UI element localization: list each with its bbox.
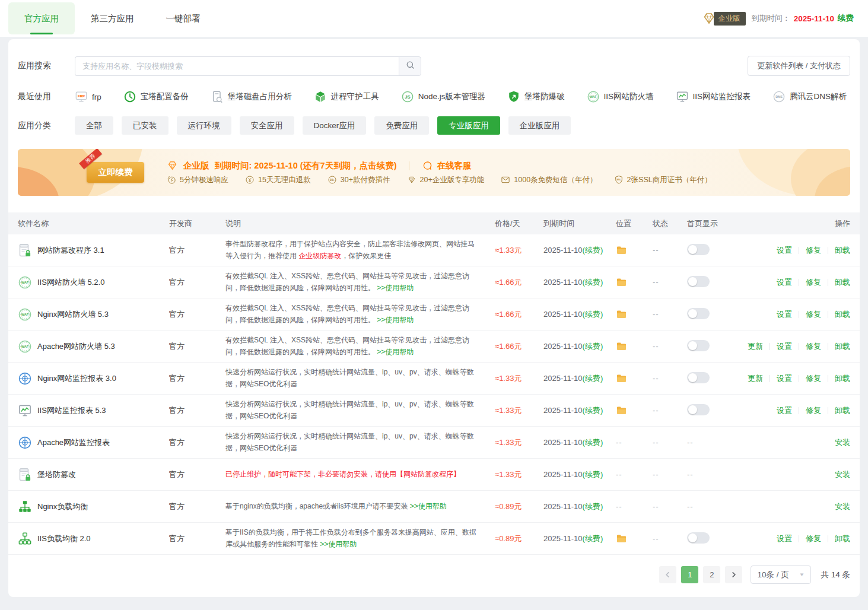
action-repair[interactable]: 修复 [806,373,821,384]
action-repair[interactable]: 修复 [806,245,821,256]
recent-app-anti-burst[interactable]: 堡塔防爆破 [507,90,565,103]
folder-icon[interactable] [616,373,653,383]
homepage-toggle[interactable] [687,244,710,255]
action-install[interactable]: 安装 [835,501,850,512]
recent-app-config-backup[interactable]: 宝塔配置备份 [123,90,189,103]
action-uninstall[interactable]: 卸载 [835,309,850,320]
category-free[interactable]: 免费应用 [374,116,429,135]
action-uninstall[interactable]: 卸载 [835,405,850,416]
action-uninstall[interactable]: 卸载 [835,533,850,544]
renew-link[interactable]: (续费) [583,534,603,543]
folder-icon[interactable] [616,245,653,255]
tab-official[interactable]: 官方应用 [8,2,75,34]
homepage-toggle[interactable] [687,404,710,415]
action-install[interactable]: 安装 [835,437,850,448]
action-repair[interactable]: 修复 [806,533,821,544]
action-settings[interactable]: 设置 [777,277,792,288]
action-update[interactable]: 更新 [748,373,763,384]
tab-one-click-deploy[interactable]: 一键部署 [150,2,217,34]
homepage-toggle[interactable] [687,308,710,319]
category-security[interactable]: 安全应用 [240,116,294,135]
action-repair[interactable]: 修复 [806,309,821,320]
homepage-toggle[interactable] [687,532,710,544]
category-pro[interactable]: 专业版应用 [437,116,500,135]
renew-link[interactable]: (续费) [583,502,603,511]
help-link[interactable]: >>使用帮助 [377,316,414,324]
folder-icon[interactable] [616,309,653,319]
renew-link[interactable]: 续费 [838,13,854,24]
help-link[interactable]: >>使用帮助 [410,502,447,510]
page-button-2[interactable]: 2 [703,566,720,583]
search-button[interactable] [399,56,421,76]
category-installed[interactable]: 已安装 [122,116,168,135]
software-name-cell: WAFIIS网站防火墙 5.2.0 [18,275,169,290]
action-settings[interactable]: 设置 [777,405,792,416]
action-uninstall[interactable]: 卸载 [835,277,850,288]
category-docker[interactable]: Docker应用 [303,116,367,135]
desc-text: 快速分析网站运行状况，实时精确统计网站流量、ip、uv、pv、请求、蜘蛛等数据，… [225,368,474,387]
recent-app-iis-waf[interactable]: WAFIIS网站防火墙 [587,90,654,103]
renew-link[interactable]: (续费) [583,406,603,415]
search-input[interactable] [75,56,399,76]
renew-link[interactable]: (续费) [583,470,603,479]
action-settings[interactable]: 设置 [777,373,792,384]
recent-app-nodejs-manager[interactable]: JSNode.js版本管理器 [401,90,485,103]
recent-app-process-guard[interactable]: 进程守护工具 [314,90,379,103]
globe-icon [18,436,32,450]
column-header: 位置 [616,218,653,229]
action-settings[interactable]: 设置 [777,309,792,320]
folder-icon[interactable] [616,341,653,351]
enterprise-tamper-link[interactable]: 企业级防篡改 [298,252,341,260]
renew-link[interactable]: (续费) [583,246,603,255]
renew-link[interactable]: (续费) [583,278,603,287]
action-repair[interactable]: 修复 [806,341,821,352]
action-settings[interactable]: 设置 [777,341,792,352]
homepage-toggle[interactable] [687,276,710,287]
top-tab-bar: 官方应用第三方应用一键部署 企业版 到期时间： 2025-11-10 续费 [0,0,868,37]
prev-page-button[interactable] [659,566,676,583]
page-size-select[interactable]: 10条 / 页 ▼ [751,565,811,584]
action-install[interactable]: 安装 [835,469,850,480]
action-repair[interactable]: 修复 [806,405,821,416]
folder-icon[interactable] [616,405,653,415]
renew-now-button[interactable]: 立即续费 [87,162,144,183]
action-settings[interactable]: 设置 [777,245,792,256]
page-button-1[interactable]: 1 [681,566,698,583]
app-name: Apache网站防火墙 5.3 [37,341,115,352]
action-uninstall[interactable]: 卸载 [835,341,850,352]
homepage-toggle[interactable] [687,340,710,351]
homepage-toggle[interactable] [687,372,710,383]
action-repair[interactable]: 修复 [806,277,821,288]
recent-app-frp[interactable]: FRPfrp [75,90,101,103]
actions-cell: 更新设置修复卸载 [746,373,850,384]
feature-ssl-certs: SSL2张SSL商用证书（年付） [614,175,712,185]
help-link[interactable]: >>使用帮助 [320,540,357,548]
tab-third-party[interactable]: 第三方应用 [75,2,150,34]
waf-icon: WAF [18,275,32,290]
recent-app-disk-analysis[interactable]: 堡塔磁盘占用分析 [211,90,292,103]
location-cell [616,309,653,319]
renew-link[interactable]: (续费) [583,374,603,383]
recent-app-iis-report[interactable]: IIS网站监控报表 [676,90,751,103]
next-page-button[interactable] [725,566,742,583]
update-software-list-button[interactable]: 更新软件列表 / 支付状态 [748,56,850,76]
category-enterprise[interactable]: 企业版应用 [508,116,571,135]
banner-expiry-text[interactable]: 到期时间: 2025-11-10 (还有7天到期，点击续费) [215,160,397,171]
recent-app-tencent-dns[interactable]: DNS腾讯云DNS解析 [772,90,847,103]
renew-link[interactable]: (续费) [583,310,603,319]
action-update[interactable]: 更新 [748,341,763,352]
help-link[interactable]: >>使用帮助 [377,284,414,292]
action-uninstall[interactable]: 卸载 [835,245,850,256]
help-link[interactable]: >>使用帮助 [377,348,414,356]
app-name: Apache网站监控报表 [37,437,110,448]
category-all[interactable]: 全部 [75,116,113,135]
renew-link[interactable]: (续费) [583,438,603,447]
action-settings[interactable]: 设置 [777,533,792,544]
online-support-link[interactable]: 在线客服 [422,160,471,171]
action-uninstall[interactable]: 卸载 [835,373,850,384]
renew-link[interactable]: (续费) [583,342,603,351]
folder-icon[interactable] [616,533,653,544]
category-runtime[interactable]: 运行环境 [177,116,231,135]
folder-icon[interactable] [616,277,653,287]
svg-text:SSL: SSL [616,179,621,181]
